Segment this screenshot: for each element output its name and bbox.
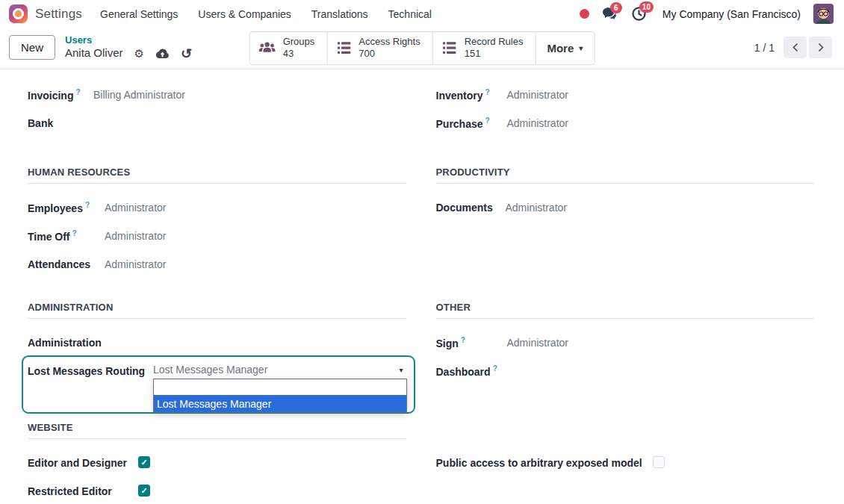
menu-item-translations[interactable]: Translations (311, 8, 368, 20)
section-administration: ADMINISTRATION Administration Lost Messa… (28, 302, 406, 392)
field-public-access: Public access to arbitrary exposed model… (436, 455, 815, 472)
check-icon: ✓ (140, 458, 147, 467)
field-label: Employees? (28, 200, 105, 216)
field-value[interactable] (507, 364, 815, 379)
messages-icon[interactable]: 6 (602, 7, 618, 22)
menu-item-users-companies[interactable]: Users & Companies (198, 8, 291, 20)
stat-label: Access Rights (359, 36, 420, 49)
field-value[interactable]: Administrator (105, 228, 406, 244)
dropdown-option-empty[interactable] (154, 379, 406, 395)
more-button[interactable]: More ▾ (536, 32, 594, 65)
list-icon (441, 40, 458, 57)
field-label: Documents (436, 200, 506, 215)
field-label: Dashboard? (436, 364, 507, 379)
field-time-off: Time Off? Administrator (28, 228, 406, 245)
systray: 6 10 My Company (San Francisco) (580, 4, 834, 24)
check-icon: ✓ (140, 487, 147, 495)
section-title: OTHER (436, 302, 815, 319)
dropdown-option-lost-messages-manager[interactable]: Lost Messages Manager (154, 395, 406, 412)
field-attendances: Attendances Administrator (28, 257, 406, 273)
groups-stat-button[interactable]: Groups 43 (250, 32, 328, 65)
pager-next-button[interactable] (809, 37, 832, 58)
settings-gear-icon[interactable]: ⚙ (134, 48, 144, 59)
user-access-rights-form: Invoicing? Billing Administrator Bank In… (0, 69, 844, 504)
field-label: Restricted Editor (28, 484, 138, 499)
pager-count: 1 / 1 (754, 42, 775, 54)
menu-item-technical[interactable]: Technical (388, 8, 432, 20)
field-label: Lost Messages Routing (28, 364, 153, 379)
misc-left-group: Invoicing? Billing Administrator Bank (28, 87, 406, 144)
field-value[interactable]: Administrator (507, 116, 815, 131)
field-bank: Bank (28, 116, 406, 132)
section-website-right: WEBSITE Public access to arbitrary expos… (436, 422, 815, 504)
stat-value: 700 (359, 49, 420, 61)
app-name[interactable]: Settings (35, 7, 82, 22)
discard-undo-icon[interactable]: ↺ (181, 47, 192, 60)
help-icon: ? (485, 88, 490, 96)
field-label: Sign? (436, 335, 507, 351)
field-label: Editor and Designer (28, 455, 138, 470)
app-menu: General Settings Users & Companies Trans… (100, 8, 432, 20)
help-icon: ? (85, 201, 90, 209)
section-title: PRODUCTIVITY (436, 167, 815, 184)
field-invoicing: Invoicing? Billing Administrator (28, 87, 406, 104)
section-other: OTHER Sign? Administrator Dashboard? (436, 302, 815, 392)
field-value[interactable]: Administrator (506, 200, 815, 216)
select-value: Lost Messages Manager (153, 364, 267, 376)
field-value[interactable]: Administrator (507, 335, 815, 351)
new-button[interactable]: New (9, 35, 55, 60)
cloud-save-icon[interactable] (155, 48, 170, 59)
pager-previous-button[interactable] (784, 37, 807, 58)
section-website: WEBSITE Editor and Designer ✓ Restricted… (28, 422, 406, 504)
field-label: Attendances (28, 257, 105, 272)
field-value[interactable]: Administrator (507, 87, 815, 103)
field-purchase: Purchase? Administrator (436, 116, 815, 132)
company-name[interactable]: My Company (San Francisco) (663, 8, 801, 20)
lost-messages-routing-select[interactable]: Lost Messages Manager ▾ (153, 364, 406, 376)
list-icon (335, 40, 352, 57)
misc-right-group: Inventory? Administrator Purchase? Admin… (436, 87, 815, 144)
messages-badge: 6 (610, 2, 622, 13)
field-label: Inventory? (436, 87, 507, 103)
field-label: Time Off? (28, 228, 105, 244)
access-rights-stat-button[interactable]: Access Rights 700 (327, 32, 432, 65)
section-productivity: PRODUCTIVITY Documents Administrator (436, 167, 815, 285)
field-dashboard: Dashboard? (436, 364, 815, 380)
editor-and-designer-checkbox[interactable]: ✓ (138, 456, 150, 468)
routing-dropdown-list: Lost Messages Manager (153, 379, 407, 413)
presence-indicator-icon[interactable] (580, 9, 589, 19)
pager: 1 / 1 (754, 37, 832, 58)
field-lost-messages-routing: Lost Messages Routing Lost Messages Mana… (28, 364, 406, 380)
breadcrumb-users-link[interactable]: Users (65, 34, 192, 46)
record-rules-stat-button[interactable]: Record Rules 151 (433, 32, 536, 65)
field-value[interactable] (153, 335, 406, 350)
stat-value: 151 (465, 49, 524, 61)
odoo-logo-icon[interactable] (9, 4, 28, 23)
groups-users-icon (258, 40, 276, 57)
field-value[interactable]: Billing Administrator (93, 87, 406, 103)
activities-clock-icon[interactable]: 10 (631, 6, 647, 22)
section-title: ADMINISTRATION (28, 302, 406, 319)
stat-label: Record Rules (465, 36, 524, 49)
help-icon: ? (75, 88, 80, 96)
field-value[interactable]: Administrator (105, 200, 406, 216)
section-title: HUMAN RESOURCES (28, 167, 406, 184)
help-icon: ? (493, 364, 497, 373)
field-value[interactable] (93, 116, 406, 131)
breadcrumb: Users Anita Oliver ⚙ ↺ (65, 34, 192, 60)
menu-item-general-settings[interactable]: General Settings (100, 8, 178, 20)
field-label: Administration (28, 335, 153, 350)
field-restricted-editor: Restricted Editor ✓ (28, 484, 406, 500)
field-inventory: Inventory? Administrator (436, 87, 815, 104)
field-label: Purchase? (436, 116, 507, 131)
restricted-editor-checkbox[interactable]: ✓ (138, 485, 150, 497)
field-label: Invoicing? (28, 87, 93, 103)
select-caret-icon: ▾ (399, 366, 403, 374)
stat-value: 43 (283, 49, 315, 61)
section-title: WEBSITE (28, 422, 406, 439)
user-avatar[interactable] (813, 4, 834, 24)
field-value[interactable]: Administrator (105, 257, 406, 273)
public-access-checkbox[interactable]: ✓ (653, 456, 665, 468)
top-navbar: Settings General Settings Users & Compan… (0, 0, 844, 28)
stat-button-group: Groups 43 Access Rights 700 Record Rul (249, 31, 595, 66)
